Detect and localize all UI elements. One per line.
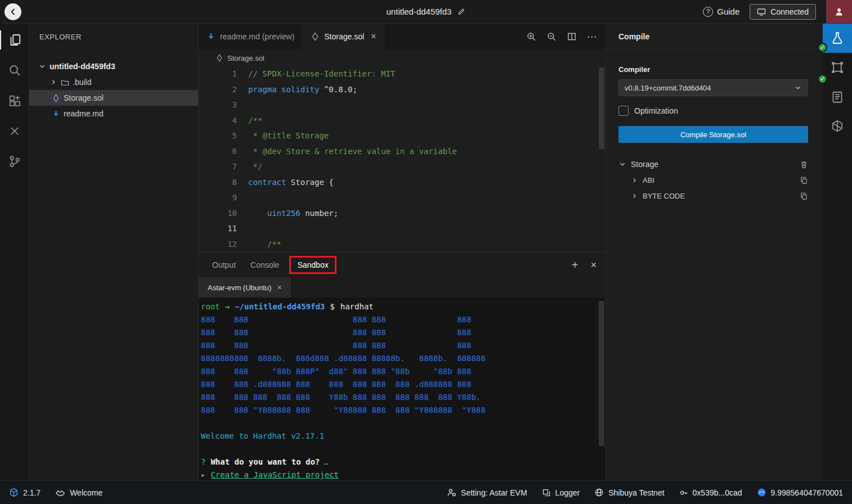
cube-icon bbox=[9, 488, 19, 497]
split-editor-icon[interactable] bbox=[567, 32, 577, 42]
option-create-js-project[interactable]: Create a JavaScript project bbox=[210, 470, 339, 479]
back-button[interactable] bbox=[5, 3, 21, 20]
wallet-address[interactable]: 0x539b...0cad bbox=[679, 488, 742, 497]
tree-item-project-root[interactable]: untitled-dd459fd3 bbox=[29, 58, 198, 74]
code-line[interactable]: 6 * @dev Store & retrieve value in a var… bbox=[199, 144, 606, 160]
wallet-address-label: 0x539b...0cad bbox=[693, 488, 742, 497]
copy-icon[interactable] bbox=[800, 176, 808, 184]
optimization-checkbox[interactable] bbox=[618, 106, 629, 116]
new-terminal-icon[interactable]: + bbox=[572, 259, 579, 272]
ide-window: untitled-dd459fd3 ? Guide Connected bbox=[0, 0, 852, 504]
terminal[interactable]: root→~/untitled-dd459fd3$hardhat 888 888… bbox=[199, 298, 606, 480]
sidebar-item-source-control[interactable] bbox=[0, 152, 29, 171]
welcome-button[interactable]: Welcome bbox=[55, 488, 102, 498]
panel-tab-console[interactable]: Console bbox=[246, 257, 284, 273]
clipboard-icon bbox=[831, 90, 844, 104]
tab-readme[interactable]: readme.md (preview) bbox=[199, 24, 303, 50]
line-number: 7 bbox=[199, 159, 237, 175]
terminal-tab-astar-evm[interactable]: Astar-evm (Ubuntu) × bbox=[199, 277, 291, 298]
tree-item-storage-sol[interactable]: Storage.sol bbox=[29, 90, 198, 106]
compiler-version-select[interactable]: v0.8.19+commit.7dd6d404 bbox=[618, 79, 808, 96]
guide-button[interactable]: ? Guide bbox=[703, 7, 739, 17]
tree-label: readme.md bbox=[64, 109, 104, 118]
terminal-option-line[interactable]: ▸Create a JavaScript project bbox=[201, 469, 606, 480]
panel-item-docs[interactable] bbox=[823, 82, 852, 111]
code-line[interactable]: 12 /** bbox=[199, 237, 606, 253]
terminal-blank-line bbox=[201, 443, 606, 456]
question-mark: ? bbox=[201, 457, 205, 466]
compiler-label: Compiler bbox=[618, 65, 808, 74]
logger-button[interactable]: Logger bbox=[542, 488, 580, 497]
sidebar-item-disconnect[interactable] bbox=[0, 122, 29, 141]
contract-storage-row[interactable]: Storage bbox=[618, 156, 808, 172]
network-label: Shibuya Testnet bbox=[608, 488, 664, 497]
compile-button[interactable]: Compile Storage.sol bbox=[618, 126, 808, 143]
breadcrumb[interactable]: Storage.sol bbox=[199, 50, 606, 66]
code-line[interactable]: 7 */ bbox=[199, 159, 606, 175]
terminal-scrollbar[interactable] bbox=[599, 301, 604, 446]
tree-item-build-folder[interactable]: .build bbox=[29, 74, 198, 90]
panel-tab-sandbox[interactable]: Sandbox bbox=[289, 256, 336, 274]
editor-tabbar: readme.md (preview) Storage.sol × ⋯ bbox=[199, 24, 606, 50]
zoom-in-icon[interactable] bbox=[526, 32, 536, 42]
editor-group: readme.md (preview) Storage.sol × ⋯ bbox=[199, 24, 606, 480]
panel-actions: + × bbox=[572, 259, 597, 272]
code-line[interactable]: 5 * @title Storage bbox=[199, 128, 606, 144]
version-indicator[interactable]: 2.1.7 bbox=[9, 488, 41, 497]
code-line[interactable]: 9 bbox=[199, 190, 606, 206]
more-actions-icon[interactable]: ⋯ bbox=[587, 31, 597, 43]
back-arrow-icon bbox=[8, 7, 17, 16]
panel-item-ai[interactable] bbox=[823, 111, 852, 141]
code-editor[interactable]: 1// SPDX-License-Identifier: MIT2pragma … bbox=[199, 66, 606, 252]
code-line[interactable]: 1// SPDX-License-Identifier: MIT bbox=[199, 66, 606, 82]
connected-button[interactable]: Connected bbox=[750, 4, 816, 20]
code-line[interactable]: 10 uint256 number; bbox=[199, 206, 606, 222]
network-indicator[interactable]: Shibuya Testnet bbox=[594, 488, 664, 497]
tab-label: Storage.sol bbox=[324, 32, 364, 41]
close-terminal-icon[interactable]: × bbox=[277, 283, 281, 292]
code-line[interactable]: 3 bbox=[199, 97, 606, 113]
code-line[interactable]: 11 bbox=[199, 221, 606, 237]
tab-label: readme.md (preview) bbox=[220, 32, 294, 41]
prompt-user: root bbox=[201, 302, 220, 311]
welcome-label: Welcome bbox=[70, 488, 102, 497]
sidebar-item-search[interactable] bbox=[0, 61, 29, 80]
tree-item-readme-md[interactable]: readme.md bbox=[29, 106, 198, 122]
terminal-welcome-line: Welcome to Hardhat v2.17.1 bbox=[201, 430, 606, 443]
panel-tab-output[interactable]: Output bbox=[208, 257, 240, 273]
line-content: /** bbox=[237, 113, 262, 129]
code-line[interactable]: 2pragma solidity ^0.8.0; bbox=[199, 82, 606, 98]
breadcrumb-file: Storage.sol bbox=[227, 54, 264, 62]
abi-row[interactable]: ABI bbox=[618, 172, 808, 188]
line-number: 12 bbox=[199, 237, 237, 253]
sidebar-item-plugins[interactable] bbox=[0, 91, 29, 110]
globe-icon bbox=[594, 488, 604, 497]
ascii-art-line: 888 888 "88b 888P" d88" 888 888 "88b "88… bbox=[201, 365, 606, 378]
version-label: 2.1.7 bbox=[23, 488, 41, 497]
delete-icon[interactable] bbox=[800, 160, 808, 169]
line-content: * @title Storage bbox=[237, 128, 329, 144]
code-line[interactable]: 8contract Storage { bbox=[199, 175, 606, 191]
setting-astar-evm[interactable]: Setting: Astar EVM bbox=[447, 488, 527, 497]
solidity-icon bbox=[311, 32, 320, 41]
balance-indicator[interactable]: 9.998564047670001 bbox=[757, 488, 843, 497]
prompt-command: hardhat bbox=[340, 302, 374, 311]
compile-panel: Compile Compiler v0.8.19+commit.7dd6d404… bbox=[606, 24, 823, 480]
ascii-art-line: 888 888 .d888888 888 888 888 888 888 .d8… bbox=[201, 378, 606, 391]
close-panel-icon[interactable]: × bbox=[590, 259, 597, 271]
ascii-art-line: 888 888 888 888 888 bbox=[201, 326, 606, 339]
sidebar-item-explorer[interactable] bbox=[0, 30, 29, 50]
editor-scrollbar[interactable] bbox=[599, 68, 604, 149]
file-tree: untitled-dd459fd3 .build Storage.sol rea… bbox=[29, 58, 198, 122]
bytecode-row[interactable]: BYTE CODE bbox=[618, 188, 808, 204]
edit-title-icon[interactable] bbox=[457, 7, 465, 16]
code-line[interactable]: 4/** bbox=[199, 113, 606, 129]
project-title-group: untitled-dd459fd3 bbox=[387, 7, 466, 16]
tab-storage[interactable]: Storage.sol × bbox=[303, 24, 384, 50]
zoom-out-icon[interactable] bbox=[546, 32, 557, 42]
avatar[interactable] bbox=[826, 0, 852, 23]
copy-icon[interactable] bbox=[800, 192, 808, 200]
tree-label: untitled-dd459fd3 bbox=[50, 62, 115, 71]
close-tab-icon[interactable]: × bbox=[371, 32, 376, 42]
compiled-contracts-tree: Storage ABI BYTE CODE bbox=[618, 156, 808, 204]
